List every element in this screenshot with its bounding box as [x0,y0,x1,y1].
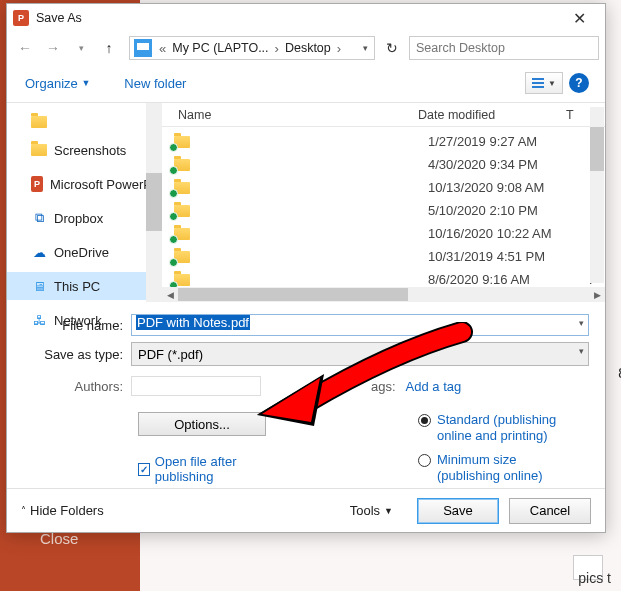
savetype-label: Save as type: [23,347,131,362]
nav-item-powerpoint[interactable]: PMicrosoft PowerPoi [7,170,162,198]
search-input[interactable]: Search Desktop [409,36,599,60]
open-after-label[interactable]: Open file after publishing [155,454,283,484]
folder-icon [174,205,190,217]
scroll-track[interactable] [178,287,589,302]
file-row[interactable]: 5/10/2020 2:10 PMF [162,199,605,222]
folder-icon [174,251,190,263]
nav-scrollbar[interactable] [146,103,162,302]
standard-radio[interactable] [418,414,431,427]
back-button[interactable]: ← [13,36,37,60]
minimum-radio-label[interactable]: Minimum size (publishing online) [437,452,577,484]
window-title: Save As [36,11,82,25]
folder-icon [31,144,47,156]
close-button[interactable]: ✕ [559,9,599,28]
list-view-icon [532,78,544,88]
chevron-up-icon: ˄ [21,505,26,516]
cloud-icon: ☁ [31,244,47,260]
folder-icon [174,159,190,171]
pc-icon: 🖥 [31,278,47,294]
chevron-down-icon: ▼ [384,506,393,516]
hide-folders-button[interactable]: ˄ Hide Folders [21,503,104,518]
scrollbar-thumb[interactable] [146,173,162,231]
savetype-combo[interactable]: PDF (*.pdf) ▾ [131,342,589,366]
recent-dropdown[interactable]: ▾ [69,36,93,60]
column-headers: Name Date modified T [162,103,605,127]
savetype-value: PDF (*.pdf) [138,347,203,362]
path-sep: « [156,41,169,56]
file-row[interactable]: 4/30/2020 9:34 PMF [162,153,605,176]
explorer-body: Screenshots PMicrosoft PowerPoi ⧉Dropbox… [7,102,605,302]
folder-icon [31,116,47,128]
file-list: 1/27/2019 9:27 AMF 4/30/2020 9:34 PMF 10… [162,127,605,291]
file-row[interactable]: 10/31/2019 4:51 PMF [162,245,605,268]
file-list-pane: Name Date modified T 1/27/2019 9:27 AMF … [162,102,605,302]
tools-dropdown[interactable]: Tools ▼ [350,503,393,518]
save-button[interactable]: Save [417,498,499,524]
scroll-left-icon[interactable]: ◀ [162,290,178,300]
dropbox-icon: ⧉ [31,210,47,226]
add-tag-link[interactable]: Add a tag [406,379,462,394]
scrollbar-thumb[interactable] [590,127,604,171]
toolbar: Organize ▼ New folder ▼ ? [7,64,605,102]
path-segment-pc[interactable]: My PC (LAPTO... [169,41,271,55]
bg-pics-text: pics t [578,570,611,586]
sync-icon [169,258,178,267]
column-date[interactable]: Date modified [412,108,562,122]
view-mode-button[interactable]: ▼ [525,72,563,94]
right-scrollbar[interactable] [590,107,604,283]
up-button[interactable]: ↑ [97,36,121,60]
scroll-right-icon[interactable]: ▶ [589,290,605,300]
options-button[interactable]: Options... [138,412,266,436]
nav-item-folder[interactable] [7,108,162,136]
navigation-pane: Screenshots PMicrosoft PowerPoi ⧉Dropbox… [7,102,162,302]
sync-icon [169,235,178,244]
chevron-down-icon: ▼ [81,78,90,88]
breadcrumb-path[interactable]: « My PC (LAPTO... › Desktop › ▾ [129,36,375,60]
powerpoint-icon: P [13,10,29,26]
file-row[interactable]: 1/27/2019 9:27 AMF [162,130,605,153]
path-dropdown-icon[interactable]: ▾ [356,43,374,53]
path-chevron-icon[interactable]: › [272,41,282,56]
cancel-button[interactable]: Cancel [509,498,591,524]
sync-icon [169,143,178,152]
nav-item-this-pc[interactable]: 🖥This PC [7,272,162,300]
nav-item-dropbox[interactable]: ⧉Dropbox [7,204,162,232]
folder-icon [174,274,190,286]
filename-value: PDF with Notes.pdf [136,315,250,330]
sync-icon [169,212,178,221]
chevron-down-icon[interactable]: ▾ [579,318,584,328]
path-segment-desktop[interactable]: Desktop [282,41,334,55]
file-row[interactable]: 10/16/2020 10:22 AMF [162,222,605,245]
horizontal-scrollbar[interactable]: ◀ ▶ [162,287,605,302]
path-chevron-icon[interactable]: › [334,41,344,56]
folder-icon [174,228,190,240]
drive-icon [134,39,152,57]
address-bar: ← → ▾ ↑ « My PC (LAPTO... › Desktop › ▾ … [7,32,605,64]
dialog-footer: ˄ Hide Folders Tools ▼ Save Cancel [7,488,605,532]
nav-item-onedrive[interactable]: ☁OneDrive [7,238,162,266]
chevron-down-icon: ▼ [548,79,556,88]
powerpoint-icon: P [31,176,43,192]
save-as-dialog: P Save As ✕ ← → ▾ ↑ « My PC (LAPTO... › … [6,3,606,533]
help-button[interactable]: ? [569,73,589,93]
nav-item-screenshots[interactable]: Screenshots [7,136,162,164]
open-after-checkbox[interactable]: ✓ [138,463,150,476]
sync-icon [169,189,178,198]
filename-input[interactable]: PDF with Notes.pdf ▾ [131,314,589,336]
refresh-button[interactable]: ↻ [379,40,405,56]
tags-label: ags: [371,379,396,394]
column-name[interactable]: Name [162,108,412,122]
new-folder-button[interactable]: New folder [122,73,188,94]
minimum-radio[interactable] [418,454,431,467]
folder-icon [174,136,190,148]
file-row[interactable]: 10/13/2020 9:08 AMF [162,176,605,199]
standard-radio-label[interactable]: Standard (publishing online and printing… [437,412,577,444]
folder-icon [174,182,190,194]
chevron-down-icon[interactable]: ▾ [579,346,584,356]
authors-input[interactable] [131,376,261,396]
organize-button[interactable]: Organize ▼ [23,73,92,94]
titlebar: P Save As ✕ [7,4,605,32]
scrollbar-thumb[interactable] [178,288,408,301]
authors-label: Authors: [23,379,131,394]
forward-button[interactable]: → [41,36,65,60]
